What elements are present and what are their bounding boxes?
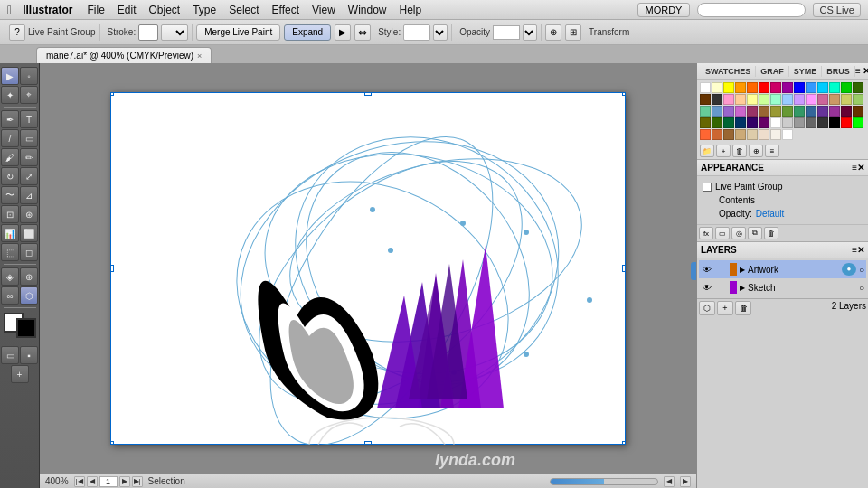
menu-file[interactable]: File — [87, 4, 104, 16]
appearance-close-icon[interactable]: ✕ — [857, 163, 864, 173]
layer-expand-icon[interactable]: ▶ — [740, 284, 745, 292]
free-transform-tool[interactable]: ⊡ — [1, 205, 19, 223]
swatch-item[interactable] — [829, 94, 840, 105]
swatch-item[interactable] — [841, 106, 852, 117]
add-new-stroke-button[interactable]: ◎ — [731, 227, 746, 239]
layer-lock-icon[interactable] — [716, 264, 727, 275]
swatch-item[interactable] — [712, 94, 722, 105]
swatch-item[interactable] — [853, 94, 863, 105]
new-color-group-button[interactable]: 📁 — [700, 145, 714, 157]
blend-tool[interactable]: ∞ — [1, 286, 19, 305]
opacity-select[interactable] — [523, 24, 537, 41]
delete-item-button[interactable]: 🗑 — [764, 227, 778, 239]
swatch-item[interactable] — [747, 82, 758, 93]
opacity-input[interactable]: 100 — [493, 25, 520, 40]
layer-row-sketch[interactable]: 👁 ▶ Sketch ○ — [699, 278, 866, 296]
swatch-item[interactable] — [712, 117, 722, 128]
swatch-item[interactable] — [782, 117, 793, 128]
swatch-item[interactable] — [700, 106, 711, 117]
new-swatch-button[interactable]: + — [716, 145, 731, 157]
swatch-item[interactable] — [806, 117, 816, 128]
menu-window[interactable]: Window — [348, 4, 387, 16]
merge-live-paint-button[interactable]: Merge Live Paint — [196, 24, 280, 41]
swatch-item[interactable] — [770, 129, 781, 140]
panel-close-icon[interactable]: ✕ — [863, 66, 868, 76]
slice-tool[interactable]: ⬚ — [1, 243, 19, 261]
make-mask-button[interactable]: ⬡ — [699, 301, 715, 315]
menu-select[interactable]: Select — [229, 4, 259, 16]
warp-tool[interactable]: 〜 — [1, 186, 19, 204]
swatch-item[interactable] — [806, 94, 816, 105]
swatch-item[interactable] — [853, 106, 863, 117]
swatch-item[interactable] — [829, 106, 840, 117]
canvas-document[interactable] — [110, 92, 626, 445]
redefine-symbol-icon[interactable]: ⊕ — [545, 24, 561, 41]
add-new-fill-button[interactable]: ▭ — [715, 227, 730, 239]
swatch-item[interactable] — [735, 129, 746, 140]
background-color[interactable] — [16, 318, 36, 338]
delete-layer-button[interactable]: 🗑 — [735, 301, 751, 315]
grafics-tab[interactable]: GRAF — [756, 66, 789, 77]
scale-tool[interactable]: ⤢ — [20, 167, 38, 185]
stroke-swatch[interactable] — [138, 24, 158, 41]
swatch-item[interactable] — [853, 82, 863, 93]
swatch-item[interactable] — [770, 106, 781, 117]
swatch-item[interactable] — [712, 106, 722, 117]
duplicate-item-button[interactable]: ⧉ — [748, 227, 762, 239]
swatch-item[interactable] — [735, 94, 746, 105]
style-select[interactable] — [433, 24, 448, 41]
pencil-tool[interactable]: ✏ — [20, 148, 38, 166]
layers-close-icon[interactable]: ✕ — [857, 245, 864, 255]
magic-wand-tool[interactable]: ✦ — [1, 86, 19, 104]
swatch-item[interactable] — [841, 117, 852, 128]
swatch-item[interactable] — [723, 94, 734, 105]
last-page-button[interactable]: ▶| — [132, 476, 143, 487]
rect-tool[interactable]: ▭ — [20, 129, 38, 147]
status-prev-button[interactable]: ◀ — [664, 476, 675, 487]
layer-visibility-icon[interactable]: 👁 — [701, 263, 713, 276]
style-swatch[interactable] — [403, 24, 430, 41]
eyedropper-tool[interactable]: ◈ — [1, 267, 19, 286]
selection-tool[interactable]: ▶ — [1, 67, 19, 85]
eraser-tool[interactable]: ◻ — [20, 243, 38, 261]
width-tool[interactable]: ⊿ — [20, 186, 38, 204]
transform-arrows-icon[interactable]: ⇔ — [354, 24, 371, 41]
swatch-item[interactable] — [747, 129, 758, 140]
swatch-options-button[interactable]: ⊕ — [749, 145, 763, 157]
swatch-item[interactable] — [700, 82, 711, 93]
swatch-item[interactable] — [700, 94, 711, 105]
swatch-item[interactable] — [817, 82, 828, 93]
grid-icon[interactable]: ⊞ — [565, 24, 581, 41]
swatch-item[interactable] — [747, 117, 758, 128]
search-input[interactable] — [697, 3, 806, 17]
swatch-item[interactable] — [747, 106, 758, 117]
swatch-item[interactable] — [829, 117, 840, 128]
layer-row-artwork[interactable]: 👁 ▶ Artwork ● ○ — [699, 260, 866, 278]
expand-button[interactable]: Expand — [284, 24, 331, 41]
swatch-item[interactable] — [747, 94, 758, 105]
color-selector[interactable] — [4, 313, 36, 338]
column-graph-tool[interactable]: 📊 — [1, 224, 19, 242]
expand-options-icon[interactable]: ▶ — [335, 24, 351, 41]
artboard-tool[interactable]: ⬜ — [20, 224, 38, 242]
screen-mode-2[interactable]: ▪ — [20, 346, 38, 364]
swatch-item[interactable] — [712, 129, 722, 140]
swatch-item[interactable] — [712, 82, 722, 93]
menu-effect[interactable]: Effect — [272, 4, 299, 16]
layer-lock-icon[interactable] — [716, 282, 727, 293]
swatch-item[interactable] — [817, 106, 828, 117]
swatch-item[interactable] — [806, 82, 816, 93]
swatch-item[interactable] — [817, 117, 828, 128]
swatch-item[interactable] — [759, 117, 769, 128]
screen-mode-1[interactable]: ▭ — [1, 346, 19, 364]
status-next-button[interactable]: ▶ — [680, 476, 691, 487]
document-tab[interactable]: mane7.ai* @ 400% (CMYK/Preview) × — [36, 47, 212, 63]
layer-target-icon[interactable]: ○ — [859, 283, 864, 293]
layer-visibility-icon[interactable]: 👁 — [701, 281, 713, 294]
appearance-opacity-value[interactable]: Default — [756, 209, 785, 219]
line-tool[interactable]: / — [1, 129, 19, 147]
swatch-item[interactable] — [723, 129, 734, 140]
menu-view[interactable]: View — [312, 4, 335, 16]
swatch-item[interactable] — [817, 94, 828, 105]
swatch-item[interactable] — [794, 82, 805, 93]
